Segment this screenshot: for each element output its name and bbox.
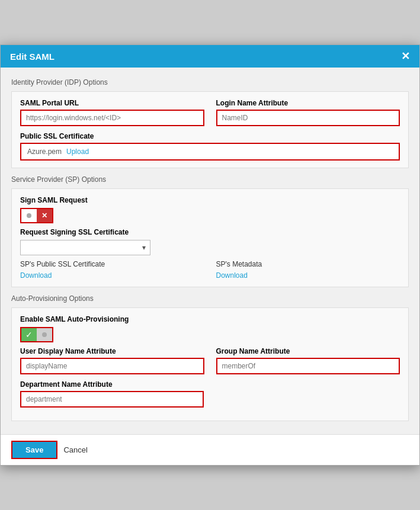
modal-header: Edit SAML ✕ [1,45,419,68]
metadata-group: SP's Metadata Download [216,260,400,280]
public-ssl-download[interactable]: Download [20,271,52,280]
modal-body: Identity Provider (IDP) Options SAML Por… [1,68,419,434]
login-name-input[interactable] [216,110,400,126]
group-name-input[interactable] [216,358,400,374]
dept-group: Department Name Attribute [20,380,400,408]
ssl-cert-box: Azure.pem Upload [20,143,400,161]
saml-url-input[interactable] [20,110,204,126]
saml-url-label: SAML Portal URL [20,99,204,107]
user-display-input[interactable] [20,358,204,374]
dept-input[interactable] [20,391,204,408]
auto-section: Enable SAML Auto-Provisioning ✓ User Dis… [11,307,409,421]
idp-row1: SAML Portal URL Login Name Attribute [20,99,400,126]
metadata-download[interactable]: Download [216,271,248,280]
public-ssl-group: SP's Public SSL Certificate Download [20,260,204,280]
sp-section: Sign SAML Request ✕ Request Signing SSL … [11,188,409,287]
group-name-group: Group Name Attribute [216,347,400,374]
sign-saml-group: Sign SAML Request ✕ [20,196,400,223]
close-button[interactable]: ✕ [401,51,410,62]
enable-auto-group: Enable SAML Auto-Provisioning ✓ [20,315,400,342]
toggle-check-side: ✓ [21,328,37,341]
cancel-button[interactable]: Cancel [63,445,87,454]
save-button[interactable]: Save [11,441,57,459]
enable-auto-toggle[interactable]: ✓ [20,327,53,342]
group-name-label: Group Name Attribute [216,347,400,355]
toggle-gray-knob [42,332,47,337]
user-display-label: User Display Name Attribute [20,347,204,355]
dept-label: Department Name Attribute [20,380,400,389]
auto-section-label: Auto-Provisioning Options [11,294,409,303]
login-name-label: Login Name Attribute [216,99,400,107]
user-display-group: User Display Name Attribute [20,347,204,374]
toggle-knob [27,213,31,218]
sign-saml-label: Sign SAML Request [20,196,400,204]
idp-section-label: Identity Provider (IDP) Options [11,78,409,86]
upload-link[interactable]: Upload [66,147,89,156]
public-ssl-label: SP's Public SSL Certificate [20,260,204,268]
login-name-group: Login Name Attribute [216,99,400,126]
edit-saml-modal: Edit SAML ✕ Identity Provider (IDP) Opti… [0,44,420,466]
ssl-cert-group: Public SSL Certificate Azure.pem Upload [20,132,400,161]
toggle-x-side: ✕ [37,209,52,222]
signing-ssl-label: Request Signing SSL Certificate [20,228,400,236]
metadata-label: SP's Metadata [216,260,400,268]
sp-section-label: Service Provider (SP) Options [11,175,409,184]
sp-downloads-row: SP's Public SSL Certificate Download SP'… [20,260,400,280]
signing-ssl-group: Request Signing SSL Certificate [20,228,400,255]
ssl-cert-label: Public SSL Certificate [20,132,400,140]
toggle-off-side [21,209,37,222]
saml-url-group: SAML Portal URL [20,99,204,126]
modal-footer: Save Cancel [1,434,419,465]
signing-ssl-select-wrapper [20,240,150,255]
modal-title: Edit SAML [10,52,54,62]
toggle-gray-side [37,328,52,341]
idp-section: SAML Portal URL Login Name Attribute Pub… [11,91,409,168]
sign-saml-toggle[interactable]: ✕ [20,208,53,223]
enable-auto-label: Enable SAML Auto-Provisioning [20,315,400,323]
cert-filename: Azure.pem [27,147,62,156]
signing-ssl-select[interactable] [20,240,150,255]
auto-row2: Department Name Attribute [20,380,400,408]
auto-row1: User Display Name Attribute Group Name A… [20,347,400,374]
